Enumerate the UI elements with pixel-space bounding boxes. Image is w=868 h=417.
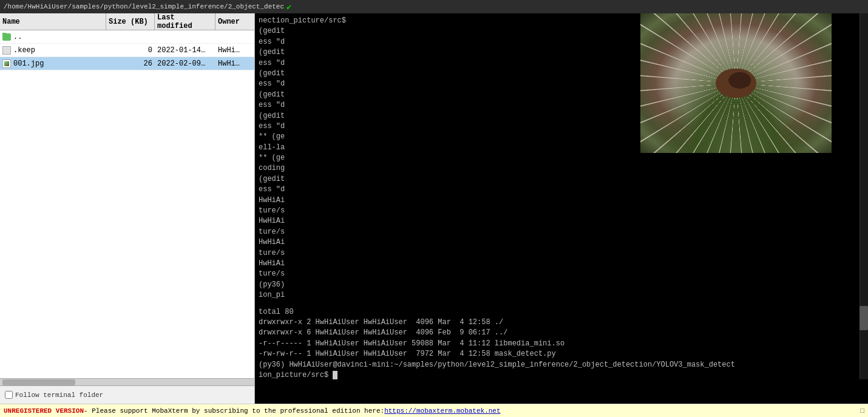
terminal-line: total 80 (259, 307, 864, 317)
scrollbar-thumb[interactable] (2, 379, 75, 385)
terminal-scrollbar[interactable] (860, 13, 868, 379)
file-label: .. (13, 33, 22, 41)
status-bar: UNREGISTERED VERSION - Please support Mo… (0, 404, 868, 417)
horizontal-scrollbar[interactable] (0, 378, 254, 385)
file-panel: Name Size (KB) Last modified Owner .. (0, 13, 255, 404)
terminal-line: -rw-rw-r-- 1 HwHiAiUser HwHiAiUser 7972 … (259, 349, 864, 359)
terminal-line: HwHiAi (259, 237, 864, 248)
file-label: 001.jpg (13, 59, 44, 68)
terminal-line: -r--r----- 1 HwHiAiUser HwHiAiUser 59088… (259, 339, 864, 349)
file-row[interactable]: .keep 0 2022-01-14… HwHi… (0, 44, 254, 57)
terminal-line: ture/s (259, 206, 864, 216)
file-icon (2, 46, 11, 55)
file-size: 0 (106, 46, 155, 55)
terminal-line: ture/s (259, 248, 864, 259)
dandelion-photo (640, 13, 832, 153)
terminal-line: ture/s (259, 227, 864, 237)
green-check-icon: ✔ (287, 2, 291, 12)
file-owner: HwHi… (215, 59, 254, 68)
file-table-body: .. .keep 0 2022-01-14… HwHi… (0, 30, 254, 378)
main-area: Name Size (KB) Last modified Owner .. (0, 13, 868, 404)
terminal-line: drwxrwxr-x 6 HwHiAiUser HwHiAiUser 4096 … (259, 328, 864, 338)
terminal-line: HwHiAi (259, 259, 864, 269)
file-size: 26 (106, 59, 155, 68)
terminal-line: drwxrwxr-x 2 HwHiAiUser HwHiAiUser 4096 … (259, 317, 864, 328)
terminal-line: ess "d (259, 185, 864, 195)
follow-terminal-text: Follow terminal folder (15, 392, 103, 399)
status-message: - Please support MobaXterm by subscribin… (84, 407, 384, 415)
terminal-prompt: ion_picture/src$ _ (259, 370, 864, 381)
terminal-image (640, 13, 832, 153)
file-table-header: Name Size (KB) Last modified Owner (0, 13, 254, 30)
path-bar: /home/HwHiAiUser/samples/python/level2_s… (0, 0, 868, 13)
terminal-scrollbar-thumb[interactable] (860, 306, 868, 330)
terminal-line: ture/s (259, 269, 864, 279)
col-header-modified: Last modified (155, 13, 215, 30)
status-link[interactable]: https://mobaxterm.mobatek.net (384, 407, 500, 415)
file-name-keep: .keep (0, 46, 106, 55)
terminal-line: (py36) (259, 280, 864, 290)
file-modified: 2022-02-09… (155, 59, 215, 68)
file-name-dotdot: .. (0, 33, 106, 41)
terminal-line: HwHiAi (259, 195, 864, 206)
terminal-line: (py36) HwHiAiUser@davinci-mini:~/samples… (259, 360, 864, 370)
terminal-line: ** (ge (259, 153, 864, 163)
file-owner: HwHi… (215, 46, 254, 55)
follow-terminal-label[interactable]: Follow terminal folder (5, 391, 103, 399)
file-name-jpg: 001.jpg (0, 59, 106, 68)
follow-terminal-checkbox[interactable] (5, 391, 13, 399)
terminal-line: (gedit (259, 174, 864, 185)
image-icon (2, 59, 11, 68)
col-header-name: Name (0, 13, 106, 30)
file-label: .keep (13, 46, 35, 55)
file-row-selected[interactable]: 001.jpg 26 2022-02-09… HwHi… (0, 57, 254, 70)
terminal-line: HwHiAi (259, 216, 864, 226)
file-panel-bottom: Follow terminal folder (0, 385, 254, 404)
status-icon: □ (860, 407, 864, 415)
col-header-size: Size (KB) (106, 13, 155, 30)
folder-icon (2, 33, 11, 41)
terminal-line: coding (259, 163, 864, 174)
unregistered-label: UNREGISTERED VERSION (4, 407, 84, 415)
terminal-content: nection_picture/src$ (gedit ess "d (gedi… (255, 13, 868, 404)
col-header-owner: Owner (215, 13, 254, 30)
terminal-line: ion_pi (259, 290, 864, 300)
terminal-panel[interactable]: nection_picture/src$ (gedit ess "d (gedi… (255, 13, 868, 404)
path-text: /home/HwHiAiUser/samples/python/level2_s… (4, 3, 284, 10)
file-row[interactable]: .. (0, 30, 254, 44)
file-modified: 2022-01-14… (155, 46, 215, 55)
